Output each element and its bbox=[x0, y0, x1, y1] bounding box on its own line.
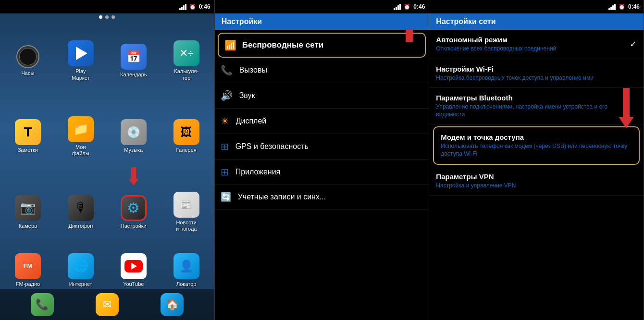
network-item-wifi[interactable]: Настройки Wi-Fi Настройка беспроводных т… bbox=[429, 59, 644, 88]
app-calc-label: Калькуля-тор bbox=[174, 68, 198, 81]
app-calc[interactable]: ✕÷ Калькуля-тор bbox=[161, 25, 211, 97]
dot-2 bbox=[105, 15, 109, 19]
app-gallery[interactable]: 🖼 Галерея bbox=[161, 100, 211, 172]
display-label: Дисплей bbox=[236, 117, 267, 125]
volume-icon: 🔊 bbox=[221, 90, 233, 101]
red-arrow-up bbox=[401, 30, 418, 42]
accounts-label: Учетные записи и синх... bbox=[238, 193, 326, 201]
app-settings-label: Настройки bbox=[121, 223, 147, 229]
app-calendar-label: Календарь bbox=[120, 72, 147, 78]
app-clock-label: Часы bbox=[22, 70, 35, 76]
bluetooth-subtitle: Управление подключениями, настройка имен… bbox=[436, 103, 637, 118]
network-screen: ⏰ 0:46 Настройки сети Автономный режим О… bbox=[429, 0, 644, 320]
app-files-label: Моифайлы bbox=[72, 144, 89, 157]
app-fm-label: FM-радио bbox=[16, 281, 40, 287]
vpn-subtitle: Настройка и управление VPN bbox=[436, 182, 637, 190]
tethering-title: Модем и точка доступа bbox=[441, 133, 632, 141]
status-bar-3: ⏰ 0:46 bbox=[429, 0, 644, 13]
settings-item-calls[interactable]: 📞 Вызовы bbox=[215, 58, 429, 83]
settings-item-display[interactable]: ☀ Дисплей bbox=[215, 109, 429, 134]
page-dots bbox=[0, 13, 214, 21]
display-icon: ☀ bbox=[221, 115, 229, 127]
clock-display-3: 0:46 bbox=[628, 3, 640, 10]
dock-mail[interactable]: ✉ bbox=[96, 293, 119, 316]
app-notes-label: Заметки bbox=[18, 147, 38, 153]
app-calendar[interactable]: 📅 Календарь bbox=[109, 25, 159, 97]
settings-item-accounts[interactable]: 🔄 Учетные записи и синх... bbox=[215, 185, 429, 209]
signal-icon-3 bbox=[608, 3, 616, 10]
phone-icon: 📞 bbox=[221, 64, 233, 76]
settings-list: 📶 Беспроводные сети 📞 Вызовы 🔊 Звук ☀ Ди… bbox=[215, 30, 429, 320]
dock: 📞 ✉ 🏠 bbox=[0, 289, 214, 320]
app-locator-label: Локатор bbox=[176, 281, 196, 287]
app-play-label: PlayМаркет bbox=[72, 68, 89, 81]
settings-title: Настройки bbox=[215, 13, 429, 30]
alarm-icon: ⏰ bbox=[189, 4, 196, 10]
app-notes[interactable]: T Заметки bbox=[3, 100, 53, 172]
app-camera-label: Камера bbox=[19, 223, 37, 229]
accounts-icon: 🔄 bbox=[221, 192, 231, 202]
network-item-tethering[interactable]: Модем и точка доступа Использовать телеф… bbox=[433, 126, 640, 164]
dock-home[interactable]: 🏠 bbox=[161, 293, 184, 316]
bluetooth-title: Параметры Bluetooth bbox=[436, 94, 637, 102]
status-bar-2: ⏰ 0:46 bbox=[215, 0, 429, 13]
alarm-icon-2: ⏰ bbox=[404, 4, 410, 10]
app-internet-label: Интернет bbox=[69, 281, 92, 287]
red-arrow-down-right bbox=[619, 88, 634, 128]
signal-icon bbox=[179, 3, 186, 10]
network-item-vpn[interactable]: Параметры VPN Настройка и управление VPN bbox=[429, 167, 644, 196]
app-settings[interactable]: ⚙ Настройки bbox=[109, 176, 159, 248]
app-grid: Часы PlayМаркет 📅 Календарь ✕÷ Калькуля-… bbox=[0, 21, 214, 252]
dock-phone[interactable]: 📞 bbox=[31, 293, 54, 316]
dot-1 bbox=[99, 15, 102, 19]
settings-item-wireless[interactable]: 📶 Беспроводные сети bbox=[218, 33, 426, 58]
airplane-subtitle: Отключение всех беспроводных соединений bbox=[436, 45, 637, 53]
settings-item-sound[interactable]: 🔊 Звук bbox=[215, 83, 429, 109]
app-play[interactable]: PlayМаркет bbox=[56, 25, 106, 97]
network-list: Автономный режим Отключение всех беспров… bbox=[429, 30, 644, 320]
app-youtube[interactable]: YouTube bbox=[109, 253, 159, 287]
app-music[interactable]: 💿 Музыка bbox=[109, 100, 159, 172]
home-screen: ⏰ 0:46 Часы PlayМаркет 📅 Календарь ✕÷ Ка… bbox=[0, 0, 215, 320]
network-title: Настройки сети bbox=[429, 13, 644, 30]
app-dictaphone[interactable]: 🎙 Диктофон bbox=[56, 176, 106, 248]
app-news-label: Новостии погода bbox=[176, 220, 197, 232]
sound-label: Звук bbox=[239, 91, 255, 100]
gps-label: GPS и безопасность bbox=[235, 142, 309, 151]
app-locator[interactable]: 👤 Локатор bbox=[161, 253, 211, 287]
app-music-label: Музыка bbox=[124, 147, 143, 153]
gps-icon: ⊞ bbox=[221, 141, 229, 152]
status-bar-1: ⏰ 0:46 bbox=[0, 0, 214, 13]
app-files[interactable]: 📁 Моифайлы bbox=[56, 100, 106, 172]
network-item-airplane[interactable]: Автономный режим Отключение всех беспров… bbox=[429, 30, 644, 59]
dot-3 bbox=[111, 15, 115, 19]
airplane-checkbox[interactable]: ✓ bbox=[630, 39, 637, 49]
tethering-subtitle: Использовать телефон как модем (через US… bbox=[441, 143, 632, 158]
clock-display-2: 0:46 bbox=[413, 3, 425, 10]
settings-screen: ⏰ 0:46 Настройки 📶 Беспроводные сети 📞 В… bbox=[215, 0, 430, 320]
airplane-title: Автономный режим bbox=[436, 36, 637, 44]
apps-label: Приложения bbox=[235, 168, 281, 176]
wifi-title: Настройки Wi-Fi bbox=[436, 65, 637, 73]
apps-icon: ⊞ bbox=[221, 166, 229, 178]
app-internet[interactable]: 🌐 Интернет bbox=[56, 253, 106, 287]
wifi-subtitle: Настройка беспроводных точек доступа и у… bbox=[436, 74, 637, 82]
signal-icon-2 bbox=[394, 3, 401, 10]
app-dictaphone-label: Диктофон bbox=[68, 223, 93, 229]
app-camera[interactable]: 📷 Камера bbox=[3, 176, 53, 248]
vpn-title: Параметры VPN bbox=[436, 172, 637, 181]
app-news[interactable]: 📰 Новостии погода bbox=[161, 176, 211, 248]
app-youtube-label: YouTube bbox=[123, 281, 144, 287]
calls-label: Вызовы bbox=[239, 66, 267, 74]
app-clock[interactable]: Часы bbox=[3, 25, 53, 97]
app-fm[interactable]: FM FM-радио bbox=[3, 253, 53, 287]
network-item-bluetooth[interactable]: Параметры Bluetooth Управление подключен… bbox=[429, 88, 644, 124]
settings-item-gps[interactable]: ⊞ GPS и безопасность bbox=[215, 134, 429, 160]
alarm-icon-3: ⏰ bbox=[619, 4, 625, 10]
wireless-label: Беспроводные сети bbox=[242, 40, 324, 50]
clock-display-1: 0:46 bbox=[199, 3, 211, 10]
gear-icon: ⚙ bbox=[127, 199, 140, 216]
settings-item-apps[interactable]: ⊞ Приложения bbox=[215, 160, 429, 185]
wifi-icon: 📶 bbox=[224, 39, 236, 51]
app-gallery-label: Галерея bbox=[176, 147, 197, 153]
